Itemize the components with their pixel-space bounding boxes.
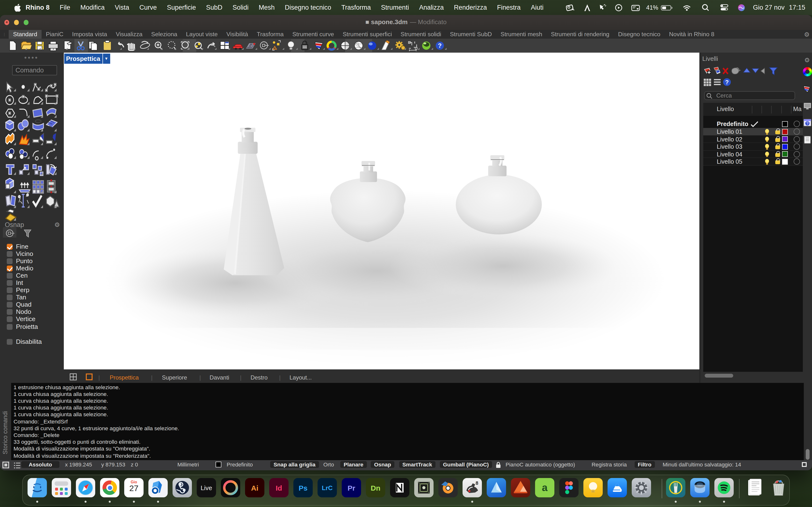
svg-text:8: 8 bbox=[475, 481, 478, 486]
svg-text:?: ? bbox=[725, 79, 729, 86]
svg-text:?: ? bbox=[806, 121, 809, 125]
svg-text:?: ? bbox=[438, 42, 442, 49]
